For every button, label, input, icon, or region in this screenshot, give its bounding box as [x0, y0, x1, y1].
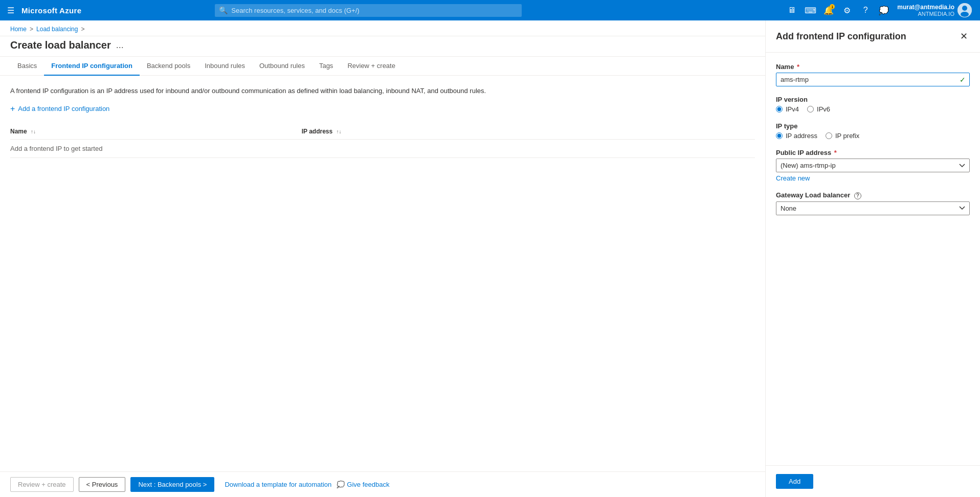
ip-type-radio-group: IP address IP prefix: [776, 132, 970, 140]
gateway-lb-help-icon[interactable]: ?: [854, 192, 861, 199]
tab-basics[interactable]: Basics: [10, 57, 44, 76]
help-icon[interactable]: ?: [857, 2, 874, 18]
svg-point-2: [961, 12, 969, 17]
ipv6-radio[interactable]: [807, 106, 814, 112]
tab-tags[interactable]: Tags: [312, 57, 340, 76]
tab-frontend-ip-configuration[interactable]: Frontend IP configuration: [44, 57, 140, 76]
ipv4-option[interactable]: IPv4: [776, 105, 799, 113]
right-panel: Add frontend IP configuration ✕ Name * ✓…: [765, 20, 980, 497]
user-org: ANTMEDIA.IO: [897, 11, 954, 17]
page-more-options[interactable]: ...: [116, 40, 124, 51]
nav-icons: 🖥 ⌨ 🔔 1 ⚙ ? 💭 murat@antmedia.io ANTMEDIA…: [784, 1, 975, 19]
ip-prefix-label: IP prefix: [835, 132, 859, 140]
svg-point-1: [962, 6, 967, 11]
give-feedback-link[interactable]: 💭 Give feedback: [337, 481, 389, 488]
ip-sort-icon[interactable]: ↑↓: [337, 129, 342, 134]
gateway-lb-select[interactable]: None: [776, 201, 970, 215]
breadcrumb-sep-2: >: [81, 26, 84, 33]
tab-backend-pools[interactable]: Backend pools: [140, 57, 197, 76]
add-config-label: Add a frontend IP configuration: [18, 105, 109, 112]
breadcrumb-load-balancing[interactable]: Load balancing: [36, 26, 78, 33]
breadcrumb-sep-1: >: [30, 26, 33, 33]
public-ip-field-group: Public IP address * (New) ams-rtmp-ip Cr…: [776, 149, 970, 182]
name-field-group: Name * ✓: [776, 63, 970, 86]
empty-message: Add a frontend IP to get started: [10, 139, 755, 157]
screen-icon[interactable]: 🖥: [784, 2, 800, 18]
tab-inbound-rules[interactable]: Inbound rules: [197, 57, 252, 76]
panel-close-button[interactable]: ✕: [958, 29, 970, 44]
notification-badge: 1: [830, 4, 835, 9]
panel-header: Add frontend IP configuration ✕: [766, 20, 980, 53]
search-icon: 🔍: [219, 6, 228, 14]
ipv6-option[interactable]: IPv6: [807, 105, 830, 113]
brand-name: Microsoft Azure: [21, 6, 81, 15]
ip-type-label: IP type: [776, 122, 970, 130]
ipv4-radio[interactable]: [776, 106, 783, 112]
settings-icon[interactable]: ⚙: [839, 2, 855, 18]
gateway-lb-field-group: Gateway Load balancer ? None: [776, 191, 970, 215]
ip-prefix-option[interactable]: IP prefix: [826, 132, 859, 140]
col-ip-address[interactable]: IP address ↑↓: [302, 124, 755, 140]
ip-address-radio[interactable]: [776, 132, 783, 139]
tab-outbound-rules[interactable]: Outbound rules: [252, 57, 312, 76]
user-profile[interactable]: murat@antmedia.io ANTMEDIA.IO: [894, 1, 975, 19]
search-container: 🔍: [215, 4, 522, 17]
panel-body: Name * ✓ IP version IPv4 IPv6: [766, 53, 980, 465]
previous-button[interactable]: < Previous: [79, 477, 126, 492]
panel-title: Add frontend IP configuration: [776, 31, 906, 42]
feedback-icon-small: 💭: [337, 481, 345, 488]
cloud-shell-icon[interactable]: ⌨: [802, 2, 818, 18]
ip-address-option[interactable]: IP address: [776, 132, 817, 140]
name-required: *: [797, 63, 799, 71]
page-title: Create load balancer: [10, 39, 111, 51]
avatar: [957, 3, 972, 17]
notifications-icon[interactable]: 🔔 1: [820, 2, 837, 18]
tab-review-create[interactable]: Review + create: [340, 57, 403, 76]
name-input-wrapper: ✓: [776, 73, 970, 86]
public-ip-required: *: [834, 149, 837, 156]
next-button[interactable]: Next : Backend pools >: [130, 477, 214, 492]
plus-icon: +: [10, 104, 15, 114]
hamburger-icon[interactable]: ☰: [5, 4, 16, 17]
user-name: murat@antmedia.io: [897, 4, 954, 11]
gateway-lb-label: Gateway Load balancer ?: [776, 191, 970, 199]
ip-prefix-radio[interactable]: [826, 132, 832, 139]
name-input[interactable]: [776, 73, 970, 86]
name-label: Name *: [776, 63, 970, 71]
name-check-icon: ✓: [960, 76, 966, 84]
feedback-icon[interactable]: 💭: [876, 2, 892, 18]
config-table: Name ↑↓ IP address ↑↓ Add a frontend IP …: [10, 124, 755, 158]
name-sort-icon[interactable]: ↑↓: [31, 129, 36, 134]
page-description: A frontend IP configuration is an IP add…: [10, 86, 755, 96]
main-content: A frontend IP configuration is an IP add…: [0, 76, 765, 497]
top-navbar: ☰ Microsoft Azure 🔍 🖥 ⌨ 🔔 1 ⚙ ? 💭 murat@…: [0, 0, 980, 20]
ip-address-label: IP address: [786, 132, 817, 140]
ip-type-field-group: IP type IP address IP prefix: [776, 122, 970, 140]
search-input[interactable]: [215, 4, 522, 17]
table-empty-row: Add a frontend IP to get started: [10, 139, 755, 157]
download-template-link[interactable]: Download a template for automation: [225, 481, 331, 488]
ipv4-label: IPv4: [786, 105, 799, 113]
ip-version-radio-group: IPv4 IPv6: [776, 105, 970, 113]
add-config-button[interactable]: + Add a frontend IP configuration: [10, 104, 755, 114]
public-ip-select[interactable]: (New) ams-rtmp-ip: [776, 159, 970, 172]
ipv6-label: IPv6: [817, 105, 830, 113]
create-new-link[interactable]: Create new: [776, 174, 970, 182]
public-ip-label: Public IP address *: [776, 149, 970, 156]
col-name[interactable]: Name ↑↓: [10, 124, 302, 140]
breadcrumb-home[interactable]: Home: [10, 26, 27, 33]
panel-footer: Add: [766, 465, 980, 497]
ip-version-field-group: IP version IPv4 IPv6: [776, 96, 970, 113]
review-create-button[interactable]: Review + create: [10, 477, 74, 492]
ip-version-label: IP version: [776, 96, 970, 103]
add-button[interactable]: Add: [776, 474, 813, 489]
